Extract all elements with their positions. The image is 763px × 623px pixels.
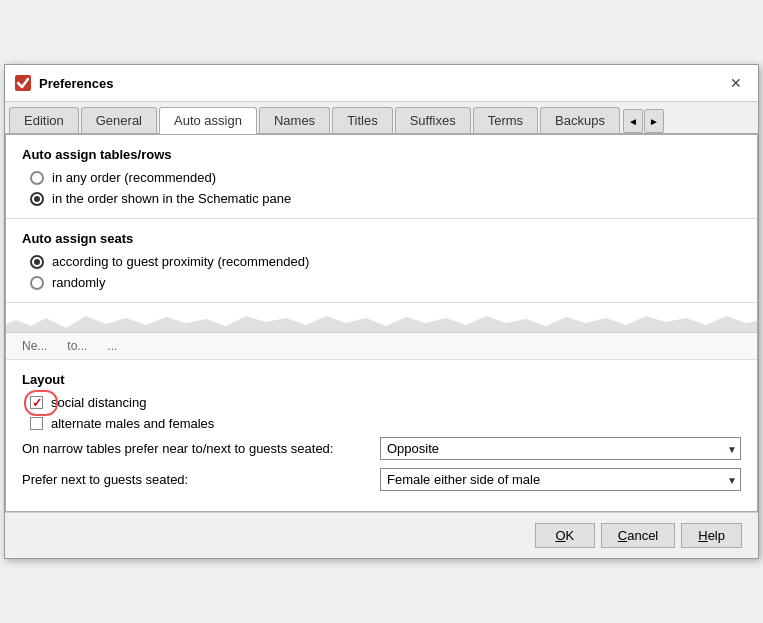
seats-section-label: Auto assign seats: [22, 231, 741, 246]
prefer-next-label: Prefer next to guests seated:: [22, 472, 372, 487]
radio-schematic-order[interactable]: in the order shown in the Schematic pane: [30, 191, 741, 206]
social-distancing-label: social distancing: [51, 395, 146, 410]
tables-radio-group: in any order (recommended) in the order …: [22, 170, 741, 206]
cancel-label: Cancel: [618, 528, 658, 543]
tab-auto-assign[interactable]: Auto assign: [159, 107, 257, 134]
radio-proximity[interactable]: according to guest proximity (recommende…: [30, 254, 741, 269]
radio-randomly-indicator: [30, 276, 44, 290]
prefer-next-row: Prefer next to guests seated: Female eit…: [22, 468, 741, 491]
seats-section: Auto assign seats according to guest pro…: [6, 219, 757, 303]
scroll-separator: [6, 303, 757, 333]
alternate-label: alternate males and females: [51, 416, 214, 431]
tab-general[interactable]: General: [81, 107, 157, 133]
radio-any-order[interactable]: in any order (recommended): [30, 170, 741, 185]
tab-bar: Edition General Auto assign Names Titles…: [5, 102, 758, 134]
social-distancing-item[interactable]: ✓ social distancing: [22, 395, 741, 410]
seats-radio-group: according to guest proximity (recommende…: [22, 254, 741, 290]
tab-titles[interactable]: Titles: [332, 107, 393, 133]
tables-section: Auto assign tables/rows in any order (re…: [6, 135, 757, 219]
layout-section-label: Layout: [22, 372, 741, 387]
partial-item3: ...: [107, 339, 117, 353]
tab-names[interactable]: Names: [259, 107, 330, 133]
title-bar: Preferences ✕: [5, 65, 758, 102]
tables-section-label: Auto assign tables/rows: [22, 147, 741, 162]
social-distancing-checkbox[interactable]: ✓: [30, 396, 43, 409]
radio-any-order-label: in any order (recommended): [52, 170, 216, 185]
tab-terms[interactable]: Terms: [473, 107, 538, 133]
cancel-button[interactable]: Cancel: [601, 523, 675, 548]
partial-item2: to...: [67, 339, 87, 353]
tab-backups[interactable]: Backups: [540, 107, 620, 133]
prefer-next-dropdown-wrapper: Female either side of male Male either s…: [380, 468, 741, 491]
partial-item1: Ne...: [22, 339, 47, 353]
alternate-item[interactable]: alternate males and females: [22, 416, 741, 431]
preferences-dialog: Preferences ✕ Edition General Auto assig…: [4, 64, 759, 559]
radio-any-order-indicator: [30, 171, 44, 185]
narrow-tables-label: On narrow tables prefer near to/next to …: [22, 441, 372, 456]
radio-randomly-label: randomly: [52, 275, 105, 290]
ok-label: OK: [555, 528, 574, 543]
tab-suffixes[interactable]: Suffixes: [395, 107, 471, 133]
radio-proximity-label: according to guest proximity (recommende…: [52, 254, 309, 269]
layout-section: Layout ✓ social distancing alternate mal…: [6, 360, 757, 511]
checkmark-icon: ✓: [32, 397, 42, 409]
partial-visible-section: Ne... to... ...: [6, 333, 757, 360]
tab-edition[interactable]: Edition: [9, 107, 79, 133]
radio-schematic-indicator: [30, 192, 44, 206]
alternate-checkbox[interactable]: [30, 417, 43, 430]
radio-schematic-label: in the order shown in the Schematic pane: [52, 191, 291, 206]
social-distancing-checkbox-wrapper: ✓: [30, 396, 43, 409]
narrow-tables-row: On narrow tables prefer near to/next to …: [22, 437, 741, 460]
title-bar-left: Preferences: [15, 75, 113, 91]
app-icon: [15, 75, 31, 91]
radio-randomly[interactable]: randomly: [30, 275, 741, 290]
close-button[interactable]: ✕: [724, 71, 748, 95]
narrow-tables-select[interactable]: Opposite Same side Any: [380, 437, 741, 460]
tab-content: Auto assign tables/rows in any order (re…: [5, 134, 758, 512]
footer: OK Cancel Help: [5, 512, 758, 558]
help-label: Help: [698, 528, 725, 543]
tab-prev-button[interactable]: ◄: [623, 109, 643, 133]
narrow-tables-dropdown-wrapper: Opposite Same side Any ▼: [380, 437, 741, 460]
tab-next-button[interactable]: ►: [644, 109, 664, 133]
dialog-title: Preferences: [39, 76, 113, 91]
prefer-next-select[interactable]: Female either side of male Male either s…: [380, 468, 741, 491]
ok-button[interactable]: OK: [535, 523, 595, 548]
help-button[interactable]: Help: [681, 523, 742, 548]
radio-proximity-indicator: [30, 255, 44, 269]
